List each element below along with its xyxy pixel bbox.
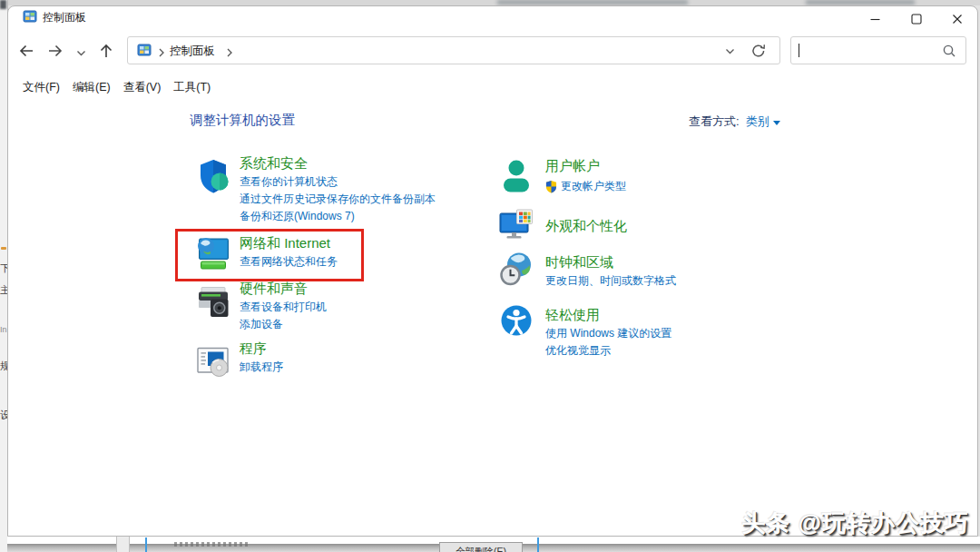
view-by-dropdown[interactable]: 类别 [746,113,780,130]
view-by-label: 查看方式: [689,113,740,130]
edge-text-fragment: In [0,325,7,334]
text-caret [799,44,799,57]
obscured-text-fragment [174,542,249,547]
category-title[interactable]: 外观和个性化 [545,218,627,233]
category-title[interactable]: 网络和 Internet [240,235,338,251]
category-title[interactable]: 硬件和声音 [240,281,327,296]
category-title[interactable]: 用户帐户 [545,158,626,173]
edge-text-fragment: 下 [0,261,7,275]
minimize-button[interactable] [855,6,896,32]
menu-bar: 文件(F) 编辑(E) 查看(V) 工具(T) [23,80,211,95]
menu-file[interactable]: 文件(F) [23,80,60,95]
category-title[interactable]: 系统和安全 [240,155,436,171]
edge-text-fragment: 设 [0,409,7,422]
edge-text-fragment: 规 [0,360,7,373]
control-panel-icon [137,43,152,57]
category-link[interactable]: 使用 Windows 建议的设置 [545,325,671,342]
background-window-border [537,537,539,552]
maximize-button[interactable] [896,6,936,32]
address-bar[interactable]: 控制面板 [127,36,780,64]
category-title[interactable]: 时钟和区域 [545,254,676,270]
background-window-column [116,537,130,552]
appearance-icon[interactable] [498,207,534,243]
clock-globe-icon[interactable] [498,251,534,287]
network-icon[interactable] [195,235,231,271]
window-title: 控制面板 [43,10,86,25]
category-link[interactable]: 更改日期、时间或数字格式 [545,272,676,290]
address-dropdown-icon[interactable] [724,44,736,56]
uac-shield-icon [545,180,557,193]
delete-all-button[interactable]: 全部删除(E) [439,542,523,552]
printer-speaker-icon[interactable] [195,284,231,320]
control-panel-icon [23,9,37,24]
control-panel-window: 控制面板 [7,5,978,537]
category-title[interactable]: 程序 [240,340,283,356]
shield-icon[interactable] [195,158,231,194]
screenshot-root: 下 主 In 规 设 全部删除(E) 控制面板 [0,0,980,552]
background-blur-artifact [806,0,915,5]
close-button[interactable] [936,6,977,32]
menu-view[interactable]: 查看(V) [123,80,162,95]
page-title: 调整计算机的设置 [190,112,295,129]
category-link[interactable]: 通过文件历史记录保存你的文件备份副本 [240,191,436,208]
back-icon[interactable] [17,42,35,60]
watermark: 头条 @玩转办公技巧 [741,508,969,539]
corner-artifact [0,0,6,9]
chevron-right-icon [158,45,165,56]
background-window-border [145,537,147,552]
menu-edit[interactable]: 编辑(E) [73,80,111,95]
category-link[interactable]: 查看你的计算机状态 [240,173,436,191]
background-blur-artifact [497,0,688,5]
forward-icon[interactable] [46,42,64,60]
chevron-right-icon[interactable] [226,45,233,56]
titlebar[interactable]: 控制面板 [8,6,977,30]
ease-of-access-icon[interactable] [498,302,534,339]
programs-icon[interactable] [195,343,231,380]
edge-text-fragment: 主 [0,283,7,297]
search-input[interactable] [790,36,966,64]
left-edge-artifact [1,247,6,250]
category-link[interactable]: 查看设备和打印机 [240,299,327,316]
breadcrumb-control-panel[interactable]: 控制面板 [170,44,215,59]
category-link[interactable]: 卸载程序 [240,359,283,376]
refresh-icon[interactable] [750,43,767,59]
menu-tools[interactable]: 工具(T) [173,80,211,95]
view-by-value: 类别 [746,113,769,130]
view-by-control: 查看方式: 类别 [689,113,780,130]
category-link[interactable]: 优化视觉显示 [545,342,671,360]
chevron-down-icon [773,121,780,125]
recent-pages-chevron-icon[interactable] [75,46,87,58]
category-link[interactable]: 更改帐户类型 [545,178,626,195]
user-icon[interactable] [498,158,534,194]
up-icon[interactable] [97,42,115,60]
category-link[interactable]: 备份和还原(Windows 7) [240,208,436,225]
category-title[interactable]: 轻松使用 [545,307,671,322]
category-link-label: 更改帐户类型 [561,178,626,195]
category-link[interactable]: 添加设备 [240,316,327,333]
category-link[interactable]: 查看网络状态和任务 [240,253,338,271]
search-icon [942,44,956,58]
